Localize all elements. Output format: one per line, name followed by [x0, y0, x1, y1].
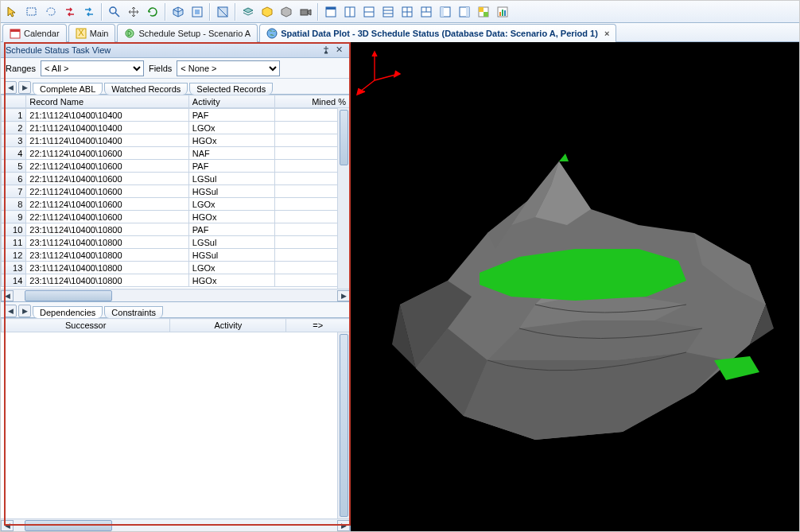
cube-gray-icon[interactable] — [278, 3, 295, 21]
tab-constraints[interactable]: Constraints — [104, 306, 163, 318]
tab-scroll-left-icon[interactable]: ◀ — [4, 81, 17, 94]
tab-complete-abl[interactable]: Complete ABL — [33, 83, 103, 95]
column-header[interactable]: Record Name — [26, 95, 189, 108]
table-row[interactable]: 1423:1\1124\10400\10800HGOx0. — [2, 274, 350, 287]
record-name-cell: 22:1\1124\10400\10600 — [26, 160, 189, 173]
table-row[interactable]: 1023:1\1124\10400\10800PAF0. — [2, 223, 350, 236]
close-icon[interactable]: × — [604, 29, 609, 38]
tab-scroll-right-icon[interactable]: ▶ — [18, 81, 31, 94]
box-select-icon[interactable] — [188, 3, 206, 21]
tab-spatial-data-plot-3d-schedule-[interactable]: Spatial Data Plot - 3D Schedule Status (… — [259, 24, 616, 42]
table-row[interactable]: 1123:1\1124\10400\10800LGSul0. — [2, 236, 350, 249]
record-name-cell: 23:1\1124\10400\10800 — [26, 274, 189, 287]
close-icon[interactable]: ✕ — [332, 44, 345, 56]
pointer-icon[interactable] — [4, 3, 21, 21]
svg-marker-57 — [559, 153, 569, 161]
svg-marker-44 — [464, 352, 726, 440]
3d-scene — [351, 42, 799, 531]
pin-icon[interactable] — [320, 44, 332, 56]
dep-horizontal-scrollbar[interactable]: ◀▶ — [1, 518, 350, 531]
record-name-cell: 22:1\1124\10400\10600 — [26, 198, 189, 211]
main-area: Schedule Status Task View ✕ Ranges < All… — [1, 42, 799, 531]
column-header[interactable] — [2, 95, 26, 108]
rotate-icon[interactable] — [144, 3, 161, 21]
tab-schedule-setup-scenario-a[interactable]: Schedule Setup - Scenario A — [117, 24, 258, 42]
toolbar-separator — [101, 3, 103, 21]
activity-cell: NAF — [188, 147, 274, 160]
table-row[interactable]: 321:1\1124\10400\10400HGOx0. — [2, 134, 350, 147]
svg-text:X: X — [78, 28, 84, 37]
activity-cell: PAF — [188, 109, 274, 122]
dep-vertical-scrollbar[interactable] — [337, 332, 350, 518]
svg-line-2 — [115, 13, 119, 17]
grid-vertical-scrollbar[interactable] — [337, 108, 350, 289]
cube-icon[interactable] — [169, 3, 187, 21]
column-header[interactable]: Activity — [170, 319, 286, 332]
activity-cell: LGOx — [188, 198, 274, 211]
tab-calendar[interactable]: Calendar — [2, 24, 67, 42]
grid-horizontal-scrollbar[interactable]: ◀▶ — [1, 289, 350, 301]
3d-viewport[interactable] — [351, 42, 799, 531]
svg-rect-28 — [479, 7, 483, 12]
grid2-icon[interactable] — [341, 3, 359, 21]
record-name-cell: 22:1\1124\10400\10600 — [26, 211, 189, 223]
swap-icon[interactable] — [61, 3, 79, 21]
tab-selected-records[interactable]: Selected Records — [189, 83, 273, 95]
terrain-mesh — [392, 153, 774, 440]
grid-v-icon[interactable] — [379, 3, 397, 21]
table-row[interactable]: 422:1\1124\10400\10600NAF0. — [2, 147, 350, 160]
tab-main[interactable]: XMain — [68, 24, 116, 42]
lasso-free-icon[interactable] — [42, 3, 60, 21]
grid4-icon[interactable] — [398, 3, 416, 21]
activity-cell: HGSul — [188, 249, 274, 262]
record-name-cell: 22:1\1124\10400\10600 — [26, 147, 189, 160]
layers-icon[interactable] — [239, 3, 257, 21]
column-header[interactable]: => — [286, 319, 350, 332]
window-icon[interactable] — [322, 3, 340, 21]
svg-rect-26 — [466, 7, 469, 17]
schedule-icon — [124, 28, 135, 39]
dependency-panel: ◀ ▶ DependenciesConstraints SuccessorAct… — [1, 301, 350, 531]
svg-rect-31 — [499, 12, 501, 16]
ranges-select[interactable]: < All > — [41, 60, 144, 76]
tab-dependencies[interactable]: Dependencies — [33, 306, 103, 318]
lasso-rect-icon[interactable] — [23, 3, 41, 21]
tab-scroll-left-icon[interactable]: ◀ — [4, 305, 17, 317]
cube-yellow-icon[interactable] — [258, 3, 276, 21]
globe-icon — [266, 28, 278, 39]
table-row[interactable]: 1323:1\1124\10400\10800LGOx0. — [2, 262, 350, 274]
row-number: 10 — [2, 223, 26, 236]
row-number: 4 — [2, 147, 26, 160]
grid-mixed-icon[interactable] — [417, 3, 435, 21]
row-number: 7 — [2, 185, 26, 198]
layout-color-icon[interactable] — [475, 3, 492, 21]
column-header[interactable]: Successor — [2, 319, 170, 332]
chart-icon[interactable] — [494, 3, 511, 21]
table-row[interactable]: 922:1\1124\10400\10600HGOx0. — [2, 211, 350, 223]
tab-watched-records[interactable]: Watched Records — [104, 83, 188, 95]
svg-rect-7 — [301, 10, 308, 15]
swap-back-icon[interactable] — [80, 3, 98, 21]
tab-scroll-right-icon[interactable]: ▶ — [18, 305, 31, 317]
pan-icon[interactable] — [125, 3, 142, 21]
table-row[interactable]: 622:1\1124\10400\10600LGSul0. — [2, 173, 350, 185]
table-row[interactable]: 722:1\1124\10400\10600HGSul0. — [2, 185, 350, 198]
column-header[interactable]: Activity — [188, 95, 274, 108]
column-header[interactable]: Mined % — [275, 95, 350, 108]
record-name-cell: 21:1\1124\10400\10400 — [26, 109, 189, 122]
layout-icon[interactable] — [437, 3, 454, 21]
zoom-icon[interactable] — [106, 3, 123, 21]
camera-icon[interactable] — [297, 3, 314, 21]
table-row[interactable]: 221:1\1124\10400\10400LGOx0. — [2, 122, 350, 134]
grid-h-icon[interactable] — [360, 3, 378, 21]
activity-cell: LGOx — [188, 262, 274, 274]
record-name-cell: 21:1\1124\10400\10400 — [26, 134, 189, 147]
table-row[interactable]: 822:1\1124\10400\10600LGOx0. — [2, 198, 350, 211]
svg-rect-32 — [502, 10, 503, 16]
box-shade-icon[interactable] — [214, 3, 231, 21]
layout2-icon[interactable] — [456, 3, 473, 21]
table-row[interactable]: 1223:1\1124\10400\10800HGSul0. — [2, 249, 350, 262]
table-row[interactable]: 121:1\1124\10400\10400PAF0. — [2, 109, 350, 122]
table-row[interactable]: 522:1\1124\10400\10600PAF0. — [2, 160, 350, 173]
fields-select[interactable]: < None > — [177, 60, 280, 76]
